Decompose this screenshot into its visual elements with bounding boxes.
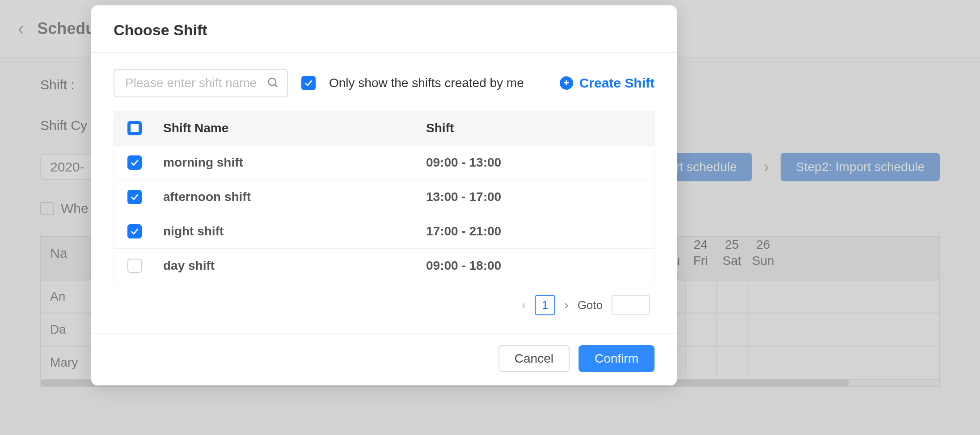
shift-name: day shift <box>163 259 426 273</box>
confirm-button[interactable]: Confirm <box>579 345 655 372</box>
shift-time: 17:00 - 21:00 <box>426 224 641 238</box>
search-icon <box>266 76 279 90</box>
shift-row: day shift09:00 - 18:00 <box>114 249 654 283</box>
shift-time: 09:00 - 18:00 <box>426 259 641 273</box>
plus-icon: + <box>560 76 573 90</box>
shift-row: night shift17:00 - 21:00 <box>114 214 654 249</box>
goto-label: Goto <box>578 298 603 312</box>
pagination: ‹ 1 › Goto <box>114 283 655 329</box>
shift-name: morning shift <box>163 155 426 170</box>
only-mine-label: Only show the shifts created by me <box>329 76 524 90</box>
search-box <box>114 69 288 97</box>
shift-name: night shift <box>163 224 426 238</box>
shift-name: afternoon shift <box>163 190 426 204</box>
shift-row: afternoon shift13:00 - 17:00 <box>114 180 654 214</box>
shift-time: 09:00 - 13:00 <box>426 155 641 170</box>
col-shift-time: Shift <box>426 121 641 135</box>
filter-row: Only show the shifts created by me + Cre… <box>114 69 655 97</box>
goto-input[interactable] <box>612 295 650 315</box>
create-shift-label: Create Shift <box>579 75 655 91</box>
shift-row: morning shift09:00 - 13:00 <box>114 146 654 180</box>
shift-time: 13:00 - 17:00 <box>426 190 641 204</box>
modal-title: Choose Shift <box>114 21 655 39</box>
shift-table: Shift Name Shift morning shift09:00 - 13… <box>114 111 655 283</box>
page-prev-icon[interactable]: ‹ <box>522 298 526 312</box>
row-checkbox[interactable] <box>127 190 142 204</box>
row-checkbox[interactable] <box>127 224 142 238</box>
page-number[interactable]: 1 <box>535 295 555 315</box>
page-next-icon[interactable]: › <box>564 298 568 312</box>
cancel-button[interactable]: Cancel <box>498 345 570 372</box>
svg-line-1 <box>275 85 277 87</box>
only-mine-checkbox[interactable] <box>301 76 316 90</box>
select-all-checkbox[interactable] <box>127 121 142 135</box>
col-shift-name: Shift Name <box>163 121 426 135</box>
choose-shift-modal: Choose Shift Only show the shifts create… <box>91 5 677 385</box>
row-checkbox[interactable] <box>127 155 142 170</box>
svg-point-0 <box>269 78 276 85</box>
row-checkbox[interactable] <box>127 259 142 273</box>
create-shift-link[interactable]: + Create Shift <box>560 75 655 91</box>
search-input[interactable] <box>114 69 288 97</box>
